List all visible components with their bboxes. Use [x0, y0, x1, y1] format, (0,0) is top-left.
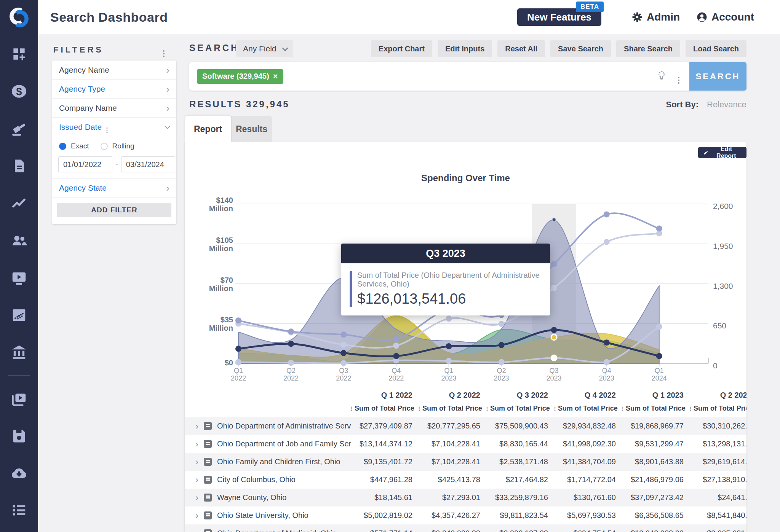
table-row[interactable]: ›Ohio Department of Job and Family Servi… [185, 435, 746, 453]
tab-report[interactable]: Report [185, 116, 231, 142]
filter-agency-name[interactable]: Agency Name› [52, 61, 176, 80]
column-kebab-icon[interactable] [622, 407, 623, 408]
search-options-kebab-icon[interactable] [678, 73, 679, 80]
chart-point [235, 346, 241, 352]
app-logo[interactable] [0, 0, 38, 34]
filters-panel: Agency Name› Agency Type› Company Name› … [52, 61, 176, 224]
reset-all-button[interactable]: Reset All [497, 40, 545, 57]
currency-icon[interactable]: $ [10, 82, 28, 100]
dashboard-add-icon[interactable] [10, 45, 28, 63]
date-to-input[interactable] [121, 156, 175, 172]
table-subheader-sum-of-total-price[interactable]: Sum of Total Price [419, 405, 486, 413]
top-header: Search Dashboard New Features BETA Admin… [38, 0, 780, 34]
tag-remove-icon[interactable]: × [273, 72, 278, 81]
load-search-button[interactable]: Load Search [686, 40, 746, 57]
row-expand-chevron-icon[interactable]: › [195, 457, 198, 467]
row-expand-chevron-icon[interactable]: › [195, 421, 198, 432]
table-cell-value: $21,486,979.06 [622, 475, 690, 484]
filter-agency-type[interactable]: Agency Type› [52, 80, 176, 99]
tooltip-value: $126,013,541.06 [357, 291, 541, 307]
date-from-input[interactable] [58, 156, 112, 172]
gear-icon [631, 11, 643, 23]
sidebar: $ [0, 0, 38, 532]
table-subheader-sum-of-total-price[interactable]: Sum of Total Price [351, 405, 419, 413]
date-separator: - [115, 160, 118, 169]
table-row[interactable]: ›Ohio Department of Administrative Servi… [185, 417, 746, 435]
save-icon[interactable] [10, 427, 28, 445]
export-chart-button[interactable]: Export Chart [371, 40, 432, 57]
chart-point [604, 211, 610, 217]
lightbulb-icon[interactable] [656, 70, 667, 83]
users-icon[interactable] [10, 231, 28, 250]
filter-agency-state[interactable]: Agency State› [52, 178, 176, 198]
row-expand-chevron-icon[interactable]: › [195, 475, 198, 485]
tab-results[interactable]: Results [231, 116, 272, 142]
table-row[interactable]: ›Wayne County, Ohio$18,145.61$27,293.01$… [185, 489, 746, 507]
table-cell-value: $9,811,823.54 [486, 511, 554, 520]
filter-company-name[interactable]: Company Name› [52, 99, 176, 118]
issued-date-kebab-icon[interactable] [106, 124, 107, 130]
table-subheader-sum-of-total-price[interactable]: Sum of Total Price [622, 405, 690, 413]
agency-name: Ohio Department of Medicaid, Ohio [217, 529, 337, 532]
exact-radio[interactable] [59, 143, 66, 150]
edit-report-button[interactable]: Edit Report [698, 147, 746, 158]
field-selector-dropdown[interactable]: Any Field [236, 40, 293, 57]
save-search-button[interactable]: Save Search [550, 40, 611, 57]
line-chart-icon[interactable] [10, 194, 28, 212]
gavel-icon[interactable] [10, 119, 28, 138]
table-row[interactable]: ›City of Columbus, Ohio$447,961.28$425,4… [185, 471, 746, 489]
column-kebab-icon[interactable] [351, 407, 352, 408]
search-bar[interactable]: Software (329,945) × SEARCH [189, 62, 746, 91]
agency-name: Ohio State University, Ohio [217, 511, 308, 520]
chart-point [499, 359, 505, 365]
share-search-button[interactable]: Share Search [616, 40, 680, 57]
x-axis-tick: Q12024 [652, 367, 667, 382]
table-cell-value: $9,135,401.72 [351, 457, 419, 466]
row-expand-chevron-icon[interactable]: › [195, 492, 198, 503]
x-axis-tick: Q12022 [231, 367, 246, 382]
column-kebab-icon[interactable] [690, 407, 691, 408]
table-row[interactable]: ›Ohio Family and Children First, Ohio$9,… [185, 453, 746, 471]
scatter-plot-icon[interactable] [10, 306, 28, 324]
chart-point [551, 285, 557, 291]
table-cell-value: $19,868,969.77 [622, 422, 690, 430]
table-cell-value: $8,901,643.88 [622, 457, 690, 466]
add-filter-button[interactable]: ADD FILTER [57, 203, 171, 217]
table-quarter-header: Q 1 2022 [351, 391, 419, 400]
filters-kebab-icon[interactable] [163, 46, 165, 53]
table-subheader-sum-of-total-price[interactable]: Sum of Total Price [690, 405, 746, 413]
chart-point [340, 342, 347, 348]
filter-issued-date[interactable]: Issued Date [52, 118, 176, 137]
table-row[interactable]: ›Ohio Department of Medicaid, Ohio$571,7… [185, 524, 746, 532]
account-menu[interactable]: Account [696, 0, 754, 34]
media-screen-icon[interactable] [10, 269, 28, 287]
right-axis-tick: 1,950 [713, 242, 733, 250]
filters-title: FILTERS [53, 45, 104, 55]
cloud-download-icon[interactable] [10, 464, 28, 482]
column-kebab-icon[interactable] [555, 407, 556, 408]
document-icon[interactable] [10, 157, 28, 175]
video-library-icon[interactable] [10, 389, 28, 408]
table-subheader-sum-of-total-price[interactable]: Sum of Total Price [554, 405, 622, 413]
admin-menu[interactable]: Admin [631, 0, 680, 34]
agency-name: Wayne County, Ohio [217, 493, 286, 502]
column-kebab-icon[interactable] [487, 407, 488, 408]
row-expand-chevron-icon[interactable]: › [195, 528, 198, 532]
chart-point [340, 360, 347, 366]
table-subheader-sum-of-total-price[interactable]: Sum of Total Price [486, 405, 554, 413]
list-icon[interactable] [10, 501, 28, 519]
edit-inputs-button[interactable]: Edit Inputs [438, 40, 492, 57]
table-row[interactable]: ›Ohio State University, Ohio$5,002,819.0… [185, 507, 746, 524]
bank-icon[interactable] [10, 343, 28, 362]
column-kebab-icon[interactable] [419, 407, 420, 408]
search-button[interactable]: SEARCH [689, 62, 746, 91]
agency-icon [204, 458, 212, 466]
sort-by-value[interactable]: Relevance [707, 100, 746, 109]
rolling-radio[interactable] [101, 143, 108, 150]
left-axis-tick: $140Million [209, 196, 233, 213]
table-cell-value: $29,619,614.9 [690, 457, 746, 466]
table-cell-value: $7,104,228.41 [419, 440, 486, 448]
right-axis-tick: 650 [713, 321, 726, 330]
row-expand-chevron-icon[interactable]: › [195, 510, 198, 521]
row-expand-chevron-icon[interactable]: › [195, 439, 198, 449]
